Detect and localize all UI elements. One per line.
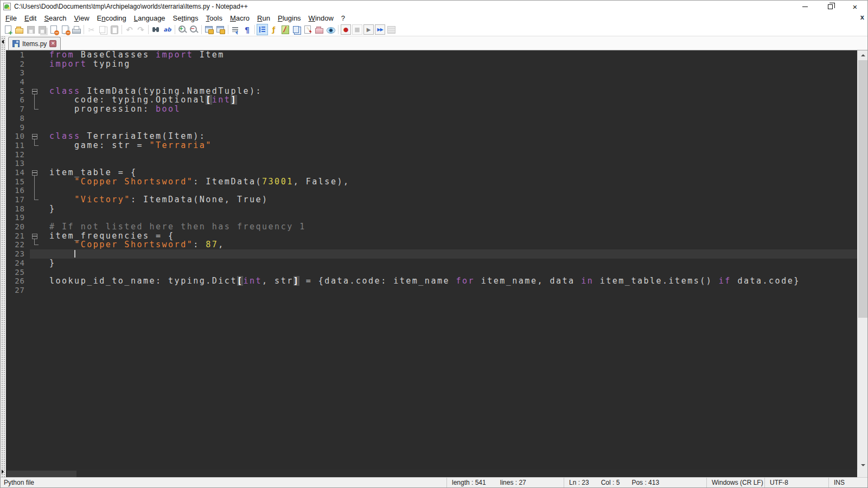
scroll-down-icon[interactable]	[858, 460, 868, 470]
document-map-icon[interactable]	[280, 24, 290, 35]
fold-margin	[30, 195, 44, 204]
fold-collapse-icon[interactable]	[30, 132, 44, 141]
fold-margin	[30, 159, 44, 168]
zoom-in-icon[interactable]: +	[177, 24, 188, 35]
replace-icon[interactable]: ab	[162, 24, 173, 35]
restore-button[interactable]	[818, 1, 843, 12]
save-all-icon[interactable]	[37, 24, 47, 35]
menu-item-edit[interactable]: Edit	[21, 13, 40, 23]
code-line: 9	[6, 123, 858, 132]
restore-icon	[828, 4, 833, 9]
status-typing-mode[interactable]: INS	[828, 478, 867, 487]
status-line: Ln : 23	[569, 479, 589, 486]
line-number: 7	[6, 105, 30, 114]
notepadpp-logo-icon	[3, 3, 11, 10]
minimize-button[interactable]	[793, 1, 818, 12]
sync-vertical-scroll-icon[interactable]	[204, 24, 214, 35]
zoom-out-icon[interactable]: −	[189, 24, 199, 35]
status-encoding[interactable]: UTF-8	[764, 478, 828, 487]
find-icon[interactable]	[151, 24, 161, 35]
stop-macro-icon[interactable]: ■	[352, 24, 362, 35]
play-macro-icon[interactable]: ▶	[363, 24, 374, 35]
menu-item-view[interactable]: View	[71, 13, 93, 23]
menu-item-help[interactable]: ?	[337, 13, 349, 23]
menu-item-window[interactable]: Window	[305, 13, 337, 23]
menu-item-macro[interactable]: Macro	[226, 13, 253, 23]
status-eol-format[interactable]: Windows (CR LF)	[706, 478, 764, 487]
show-all-characters-icon[interactable]: ¶	[242, 24, 252, 35]
sync-horizontal-scroll-icon[interactable]	[215, 24, 226, 35]
notepadpp-window: C:\Users\Dood\Documents\tmp\Archipelago\…	[0, 0, 868, 488]
code-area[interactable]: 1from BaseClasses import Item2import typ…	[6, 50, 858, 470]
close-button[interactable]: ×	[843, 1, 867, 12]
vertical-scrollbar[interactable]	[857, 50, 867, 470]
title-bar[interactable]: C:\Users\Dood\Documents\tmp\Archipelago\…	[1, 1, 867, 12]
print-icon[interactable]	[71, 24, 81, 35]
code-text: item_frequencies = {	[44, 232, 858, 241]
code-text	[44, 114, 858, 123]
close-icon[interactable]	[48, 24, 59, 35]
fold-collapse-icon[interactable]	[30, 232, 44, 241]
line-number: 14	[6, 168, 30, 177]
redo-icon[interactable]: ↷	[136, 24, 146, 35]
code-text: item_table = {	[44, 168, 858, 177]
save-macro-icon[interactable]	[386, 24, 397, 35]
line-number: 2	[6, 60, 30, 69]
vertical-scrollbar-thumb[interactable]	[858, 60, 867, 318]
menu-item-tools[interactable]: Tools	[202, 13, 226, 23]
tab-items-py[interactable]: Items.py ✕	[8, 37, 61, 50]
fold-margin	[30, 50, 44, 60]
run-macro-multiple-icon[interactable]: ▶▶	[375, 24, 385, 35]
document-list-icon[interactable]	[291, 24, 302, 35]
word-wrap-icon[interactable]	[231, 24, 241, 35]
new-file-icon[interactable]	[3, 24, 13, 35]
fold-collapse-icon[interactable]	[30, 87, 44, 96]
code-text: import typing	[44, 60, 858, 69]
status-length: length : 541	[452, 479, 486, 486]
menu-item-search[interactable]: Search	[40, 13, 70, 23]
text-caret	[74, 250, 75, 258]
menu-item-run[interactable]: Run	[253, 13, 274, 23]
undo-icon[interactable]: ↶	[124, 24, 135, 35]
fold-margin	[30, 123, 44, 132]
menu-item-plugins[interactable]: Plugins	[274, 13, 305, 23]
status-length-section: length : 541 lines : 27	[446, 478, 564, 487]
status-position: Pos : 413	[631, 479, 659, 486]
copy-icon[interactable]	[98, 24, 108, 35]
fold-margin	[30, 249, 44, 259]
line-number: 6	[6, 95, 30, 105]
dock-grip-strip[interactable]	[1, 36, 6, 478]
record-macro-icon[interactable]: ●	[341, 24, 351, 35]
code-text	[44, 249, 858, 259]
code-line: 11 game: str = "Terraria"	[6, 141, 858, 150]
line-number: 20	[6, 222, 30, 232]
menu-item-file[interactable]: File	[2, 13, 21, 23]
tab-label: Items.py	[22, 40, 47, 48]
fold-margin	[30, 240, 44, 249]
function-list-icon[interactable]: ƒ	[269, 24, 279, 35]
scroll-up-icon[interactable]	[858, 50, 868, 60]
fold-collapse-icon[interactable]	[30, 168, 44, 177]
show-indent-guide-icon[interactable]	[257, 24, 267, 35]
close-all-icon[interactable]	[60, 24, 70, 35]
cut-icon[interactable]: ✂	[86, 24, 97, 35]
monitoring-icon[interactable]	[326, 24, 336, 35]
paste-icon[interactable]	[109, 24, 119, 35]
line-number: 16	[6, 186, 30, 195]
horizontal-scrollbar-thumb[interactable]	[7, 471, 76, 477]
open-file-icon[interactable]	[14, 24, 24, 35]
folder-as-workspace-icon[interactable]	[314, 24, 324, 35]
close-document-icon[interactable]: x	[860, 13, 864, 21]
menu-item-settings[interactable]: Settings	[169, 13, 202, 23]
save-icon[interactable]	[25, 24, 36, 35]
status-column: Col : 5	[601, 479, 620, 486]
line-number: 19	[6, 213, 30, 222]
line-number: 3	[6, 68, 30, 78]
menu-item-language[interactable]: Language	[130, 13, 169, 23]
line-number: 10	[6, 132, 30, 141]
line-number: 12	[6, 150, 30, 159]
edit-pen-icon[interactable]	[303, 24, 313, 35]
fold-margin	[30, 286, 44, 295]
menu-item-encoding[interactable]: Encoding	[93, 13, 130, 23]
tab-close-icon[interactable]: ✕	[49, 40, 56, 47]
